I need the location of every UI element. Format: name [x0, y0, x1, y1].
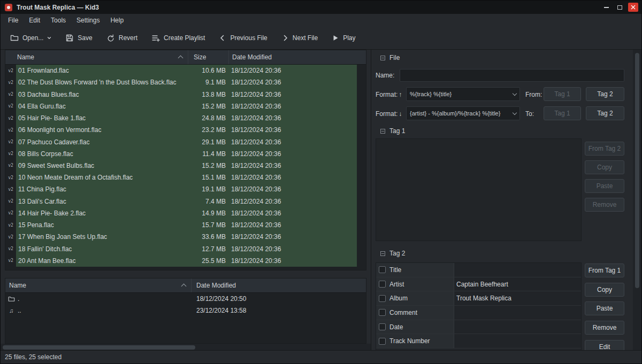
file-row[interactable]: v2 03 Dachau Blues.flac 13.8 MB 18/12/20… — [5, 88, 366, 100]
tag1-copy-button[interactable]: Copy — [585, 160, 624, 174]
file-row[interactable]: v2 15 Pena.flac 15.7 MB 18/12/2024 20:36 — [5, 219, 366, 231]
file-row[interactable]: v2 11 China Pig.flac 19.1 MB 18/12/2024 … — [5, 183, 366, 195]
music-note-icon: ♫ — [5, 307, 17, 314]
from-tag1-button[interactable]: Tag 1 — [544, 87, 581, 101]
format-from-combobox[interactable]: %{track} %{title} — [406, 87, 520, 101]
column-header-size[interactable]: Size — [188, 50, 229, 64]
play-button[interactable]: Play — [327, 30, 360, 45]
vertical-scrollbar-thumb[interactable] — [635, 53, 639, 288]
tag2-field-row: Artist Captain Beefheart — [376, 277, 581, 292]
menu-settings[interactable]: Settings — [71, 14, 105, 27]
tag2-section-header[interactable]: Tag 2 — [380, 250, 405, 257]
file-size: 7.4 MB — [188, 198, 229, 205]
menubar: File Edit Tools Settings Help — [1, 14, 641, 27]
dir-column-header-name[interactable]: Name — [5, 278, 192, 292]
file-row[interactable]: v2 18 Fallin' Ditch.flac 12.7 MB 18/12/2… — [5, 243, 366, 255]
tag-indicator-icon: v2 — [5, 163, 16, 168]
file-modified: 18/12/2024 20:36 — [229, 126, 366, 134]
file-row[interactable]: v2 09 Sweet Sweet Bulbs.flac 15.2 MB 18/… — [5, 160, 366, 172]
tag1-section-header[interactable]: Tag 1 — [380, 127, 405, 135]
column-header-modified[interactable]: Date Modified — [229, 50, 366, 64]
previous-file-button[interactable]: Previous File — [215, 30, 271, 45]
close-button[interactable] — [628, 3, 638, 12]
file-size: 9.1 MB — [188, 79, 229, 86]
titlebar[interactable]: Trout Mask Replica — Kid3 — [1, 1, 641, 14]
column-header-name[interactable]: Name — [5, 50, 188, 64]
file-name: 09 Sweet Sweet Bulbs.flac — [16, 162, 188, 169]
tag-indicator-icon: v2 — [5, 246, 16, 251]
file-modified: 18/12/2024 20:36 — [229, 91, 366, 98]
menu-edit[interactable]: Edit — [24, 14, 45, 27]
file-row[interactable]: v2 08 Bills Corpse.flac 11.4 MB 18/12/20… — [5, 148, 366, 160]
filename-input[interactable] — [400, 69, 624, 82]
horizontal-scrollbar-thumb[interactable] — [3, 345, 195, 350]
field-checkbox[interactable] — [379, 338, 386, 345]
field-value[interactable] — [454, 334, 581, 348]
dir-row-parent[interactable]: ♫ .. 23/12/2024 13:58 — [5, 305, 366, 316]
from-tag2-button[interactable]: Tag 2 — [586, 87, 624, 101]
field-checkbox[interactable] — [379, 323, 386, 330]
checkbox-cell — [376, 291, 389, 305]
create-playlist-label: Create Playlist — [164, 34, 205, 42]
tag2-paste-button[interactable]: Paste — [585, 301, 624, 315]
to-tag2-button[interactable]: Tag 2 — [586, 106, 624, 120]
checkbox-cell — [376, 277, 389, 291]
tag-indicator-icon: v2 — [5, 199, 16, 204]
file-row[interactable]: v2 13 Dali's Car.flac 7.4 MB 18/12/2024 … — [5, 196, 366, 207]
minimize-button[interactable] — [601, 3, 612, 12]
field-checkbox[interactable] — [379, 281, 386, 288]
field-checkbox[interactable] — [379, 295, 386, 302]
collapse-icon — [380, 129, 385, 134]
vertical-scrollbar[interactable] — [633, 50, 641, 350]
file-list-body: v2 01 Frownland.flac 10.6 MB 18/12/2024 … — [5, 65, 366, 267]
dir-column-header-modified[interactable]: Date Modified — [192, 282, 366, 289]
tag1-remove-button[interactable]: Remove — [585, 198, 624, 212]
tag-indicator-icon: v2 — [5, 258, 16, 263]
field-checkbox[interactable] — [379, 266, 386, 273]
save-button[interactable]: Save — [61, 30, 96, 46]
file-row[interactable]: v2 14 Hair Pie- Bake 2.flac 14.9 MB 18/1… — [5, 207, 366, 219]
field-value[interactable] — [454, 263, 581, 277]
tag2-remove-button[interactable]: Remove — [585, 321, 624, 335]
field-value[interactable] — [454, 320, 581, 334]
field-value[interactable]: Trout Mask Replica — [454, 291, 581, 305]
field-checkbox[interactable] — [379, 309, 386, 316]
file-row[interactable]: v2 20 Ant Man Bee.flac 25.5 MB 18/12/202… — [5, 255, 366, 267]
next-file-button[interactable]: Next File — [277, 30, 322, 45]
file-row[interactable]: v2 01 Frownland.flac 10.6 MB 18/12/2024 … — [5, 65, 366, 76]
file-size: 15.7 MB — [188, 221, 229, 229]
dir-column-name-label: Name — [9, 282, 26, 289]
file-row[interactable]: v2 02 The Dust Blows Forward 'n the Dust… — [5, 76, 366, 88]
dir-row-current[interactable]: . 18/12/2024 20:50 — [5, 293, 366, 305]
revert-button[interactable]: Revert — [102, 30, 142, 46]
file-row[interactable]: v2 05 Hair Pie- Bake 1.flac 24.8 MB 18/1… — [5, 112, 366, 124]
create-playlist-button[interactable]: Create Playlist — [147, 30, 209, 46]
field-value[interactable]: Captain Beefheart — [454, 277, 581, 291]
status-text: 25 files, 25 selected — [5, 353, 62, 361]
file-modified: 18/12/2024 20:36 — [229, 174, 366, 181]
tag1-paste-button[interactable]: Paste — [585, 179, 624, 193]
file-row[interactable]: v2 10 Neon Meate Dream of a Octafish.fla… — [5, 172, 366, 183]
tag2-section-title: Tag 2 — [389, 250, 405, 257]
menu-file[interactable]: File — [3, 14, 24, 27]
field-label: Date — [389, 320, 454, 334]
tag2-edit-button[interactable]: Edit — [585, 340, 624, 350]
to-tag1-button[interactable]: Tag 1 — [544, 106, 581, 120]
menu-help[interactable]: Help — [105, 14, 129, 27]
file-modified: 18/12/2024 20:36 — [229, 114, 366, 122]
field-value[interactable] — [454, 306, 581, 320]
maximize-button[interactable] — [615, 3, 625, 12]
file-row[interactable]: v2 04 Ella Guru.flac 15.2 MB 18/12/2024 … — [5, 100, 366, 112]
tag2-from-tag1-button[interactable]: From Tag 1 — [585, 264, 624, 277]
file-row[interactable]: v2 17 When Big Joan Sets Up.flac 33.6 MB… — [5, 231, 366, 243]
file-section-header[interactable]: File — [380, 54, 400, 61]
tag2-copy-button[interactable]: Copy — [585, 283, 624, 297]
file-size: 24.8 MB — [188, 114, 229, 122]
horizontal-scrollbar[interactable] — [1, 344, 371, 350]
menu-tools[interactable]: Tools — [45, 14, 71, 27]
file-row[interactable]: v2 06 Moonlight on Vermont.flac 23.2 MB … — [5, 124, 366, 136]
file-row[interactable]: v2 07 Pachuco Cadaver.flac 29.1 MB 18/12… — [5, 136, 366, 148]
format-to-combobox[interactable]: {artist} - %{album}/%{track} %{title} — [406, 106, 520, 120]
tag1-from-tag2-button[interactable]: From Tag 2 — [585, 142, 624, 156]
open-button[interactable]: Open... — [6, 30, 56, 46]
